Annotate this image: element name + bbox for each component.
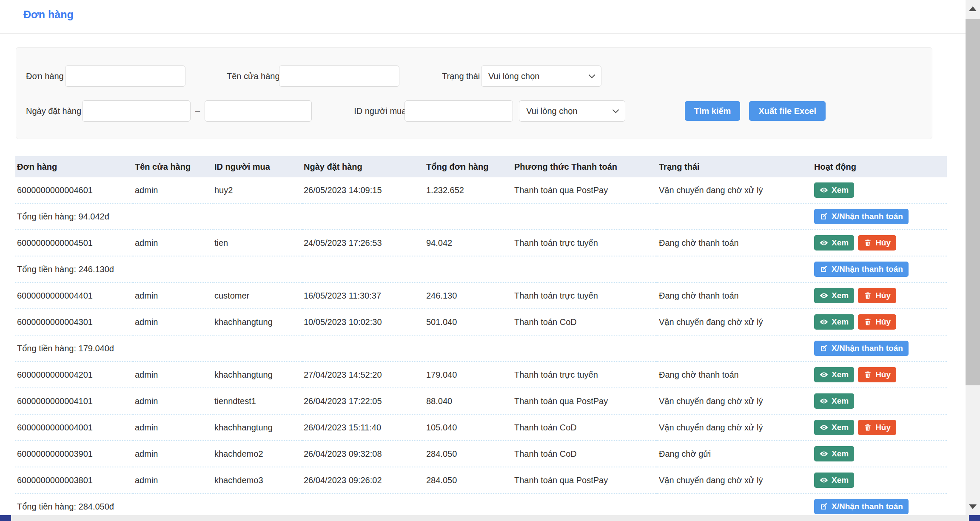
store-filter-label: Tên cửa hàng (227, 71, 276, 81)
horizontal-scrollbar[interactable] (0, 515, 980, 521)
export-excel-button[interactable]: Xuất file Excel (749, 101, 826, 121)
order-payment-cell: Thanh toán CoD (513, 309, 657, 335)
order-date-cell: 26/04/2023 09:32:08 (302, 441, 424, 467)
cancel-button[interactable]: Hủy (858, 420, 896, 435)
order-date-cell: 26/04/2023 17:22:05 (302, 388, 424, 414)
cancel-button[interactable]: Hủy (858, 288, 896, 303)
eye-icon (820, 186, 828, 194)
view-button[interactable]: Xem (814, 235, 854, 251)
order-row: 6000000000004101admintienndtest126/04/20… (15, 388, 947, 414)
edit-icon (820, 502, 828, 511)
header-status: Trạng thái (657, 156, 812, 177)
scroll-down-button[interactable] (966, 498, 980, 515)
order-store-cell: admin (133, 282, 213, 309)
scroll-left-button[interactable] (0, 515, 11, 521)
actions-cell: Xem (812, 467, 947, 493)
order-store-cell: admin (133, 388, 213, 414)
order-total-cell: 88.040 (424, 388, 513, 414)
cancel-button[interactable]: Hủy (858, 314, 896, 330)
order-row: 6000000000004001adminkhachhangtung26/04/… (15, 414, 947, 441)
order-table-body: 6000000000004601adminhuy226/05/2023 14:0… (15, 177, 947, 521)
order-store-cell: admin (133, 230, 213, 256)
order-filter-input[interactable] (65, 65, 185, 87)
order-id-cell: 6000000000004601 (15, 177, 133, 203)
triangle-up-icon (969, 6, 977, 11)
order-date-cell: 26/05/2023 14:09:15 (302, 177, 424, 203)
filter-buttons: Tìm kiếm Xuất file Excel (685, 101, 826, 121)
buyer-id-input[interactable] (405, 100, 513, 122)
date-from-input[interactable] (82, 100, 191, 122)
date-to-input[interactable] (205, 100, 312, 122)
receive-payment-button[interactable]: X/Nhận thanh toán (814, 262, 909, 277)
order-date-cell: 26/04/2023 15:11:40 (302, 414, 424, 441)
summary-row: Tổng tiền hàng: 246.130đX/Nhận thanh toá… (15, 256, 947, 282)
order-store-cell: admin (133, 414, 213, 441)
eye-icon (820, 370, 828, 379)
search-button[interactable]: Tìm kiếm (685, 101, 741, 121)
order-date-cell: 24/05/2023 17:26:53 (302, 230, 424, 256)
order-buyer-cell: tien (213, 230, 302, 256)
buyer-id-filter-label: ID người mua (354, 106, 402, 116)
order-status-cell: Đang chờ thanh toán (657, 230, 812, 256)
order-payment-cell: Thanh toán trực tuyến (513, 230, 657, 256)
scroll-right-button[interactable] (969, 515, 980, 521)
order-total-cell: 179.040 (424, 362, 513, 388)
order-status-cell: Vận chuyển đang chờ xử lý (657, 388, 812, 414)
receive-payment-button[interactable]: X/Nhận thanh toán (814, 209, 909, 224)
actions-cell: Xem (812, 177, 947, 203)
triangle-down-icon (969, 504, 977, 509)
view-button[interactable]: Xem (814, 182, 854, 198)
order-row: 6000000000004501admintien24/05/2023 17:2… (15, 230, 947, 256)
trash-icon (863, 423, 872, 432)
order-total-summary: Tổng tiền hàng: 179.040đ (15, 335, 812, 362)
order-id-cell: 6000000000004501 (15, 230, 133, 256)
edit-icon (820, 344, 828, 353)
view-button[interactable]: Xem (814, 314, 854, 330)
order-payment-cell: Thanh toán CoD (513, 441, 657, 467)
scroll-up-button[interactable] (966, 0, 980, 17)
order-buyer-cell: khachhangtung (213, 309, 302, 335)
actions-cell: XemHủy (812, 230, 947, 256)
order-payment-cell: Thanh toán CoD (513, 414, 657, 441)
trash-icon (863, 370, 872, 379)
order-total-cell: 1.232.652 (424, 177, 513, 203)
view-button[interactable]: Xem (814, 393, 854, 409)
view-button[interactable]: Xem (814, 420, 854, 435)
eye-icon (820, 476, 828, 484)
vertical-scrollbar-thumb[interactable] (966, 19, 980, 385)
order-payment-cell: Thanh toán qua PostPay (513, 388, 657, 414)
status-select-value: Vui lòng chọn (488, 71, 539, 81)
status-filter-label: Trạng thái (442, 71, 478, 81)
receive-payment-button[interactable]: X/Nhận thanh toán (814, 341, 909, 356)
view-button[interactable]: Xem (814, 288, 854, 303)
cancel-button[interactable]: Hủy (858, 367, 896, 382)
vertical-scrollbar[interactable] (966, 0, 980, 515)
order-payment-cell: Thanh toán trực tuyến (513, 282, 657, 309)
filter-row-2: Ngày đặt hàng – ID người mua Vui lòng ch… (16, 100, 932, 122)
order-store-cell: admin (133, 441, 213, 467)
order-payment-cell: Thanh toán trực tuyến (513, 362, 657, 388)
chevron-down-icon (589, 71, 595, 78)
actions-cell: X/Nhận thanh toán (812, 203, 947, 230)
order-total-cell: 246.130 (424, 282, 513, 309)
trash-icon (863, 239, 872, 247)
status-select[interactable]: Vui lòng chọn (481, 65, 601, 87)
view-button[interactable]: Xem (814, 367, 854, 382)
header-order-date: Ngày đặt hàng (302, 156, 424, 177)
eye-icon (820, 318, 828, 326)
store-filter-input[interactable] (279, 65, 399, 87)
view-button[interactable]: Xem (814, 473, 854, 488)
filter-panel: Đơn hàng Tên cửa hàng Trạng thái Vui lòn… (16, 47, 932, 139)
summary-row: Tổng tiền hàng: 94.042đX/Nhận thanh toán (15, 203, 947, 230)
page-header: Đơn hàng (0, 0, 966, 34)
order-total-cell: 284.050 (424, 467, 513, 493)
eye-icon (820, 239, 828, 247)
cancel-button[interactable]: Hủy (858, 235, 896, 251)
orders-table: Đơn hàng Tên cửa hàng ID người mua Ngày … (15, 156, 947, 521)
secondary-select-value: Vui lòng chọn (526, 106, 577, 116)
secondary-select[interactable]: Vui lòng chọn (519, 100, 625, 122)
view-button[interactable]: Xem (814, 446, 854, 461)
receive-payment-button[interactable]: X/Nhận thanh toán (814, 499, 909, 514)
order-total-cell: 105.040 (424, 414, 513, 441)
actions-cell: XemHủy (812, 362, 947, 388)
